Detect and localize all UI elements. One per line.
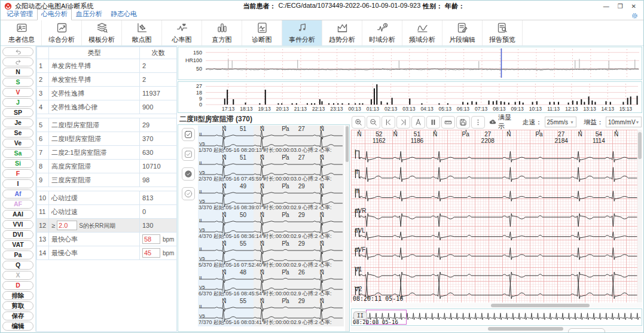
sidebar-button-VAT[interactable]: VAT: [2, 240, 33, 250]
event-strip[interactable]: N55NPa29NIIV55/370 起始:05-16 07:52:40 时长:…: [198, 240, 344, 269]
confirm-filled-button[interactable]: [182, 167, 195, 181]
ecg-hscroll-thumb[interactable]: [491, 304, 590, 307]
save-button[interactable]: [456, 116, 470, 129]
sidebar-button-SP[interactable]: SP: [2, 108, 33, 118]
zoom-in-button[interactable]: [352, 116, 365, 129]
sidebar-button-保存[interactable]: 保存: [2, 311, 33, 321]
toolbar-button-trend-analysis[interactable]: 趋势分析: [322, 20, 362, 45]
sidebar-button-J[interactable]: J: [2, 98, 33, 108]
table-row[interactable]: 2单发室性早搏2: [37, 73, 177, 87]
sidebar-button-Si[interactable]: Si: [2, 159, 33, 169]
confirm-outline-button[interactable]: [182, 187, 195, 200]
sidebar-button-DVI[interactable]: DVI: [2, 230, 33, 240]
table-row[interactable]: 11心动过速0: [37, 205, 177, 219]
close-button[interactable]: ✕: [631, 3, 636, 10]
event-strip[interactable]: N55NPa29NIIV57/370 起始:05-16 08:03:41 时长:…: [198, 298, 344, 326]
toolbar-button-scatter-plot[interactable]: 散点图: [122, 20, 162, 45]
rr-threshold-input[interactable]: [57, 221, 77, 230]
table-row[interactable]: 5二度I型房室阻滞29: [37, 118, 177, 132]
toolbar-button-histogram[interactable]: 直方图: [202, 20, 242, 45]
toolbar-button-report-preview[interactable]: 报告预览: [483, 20, 523, 45]
sidebar-button-Ve[interactable]: Ve: [2, 139, 33, 148]
sidebar-button-S[interactable]: S: [2, 78, 33, 87]
menu-tab-0[interactable]: 记录管理: [2, 9, 37, 20]
toolbar-button-freq-domain[interactable]: 频域分析: [402, 20, 442, 45]
menu-tab-1[interactable]: 心电分析: [37, 9, 72, 20]
next-page-button[interactable]: [396, 116, 410, 129]
ecg-horizontal-scrollbar[interactable]: [351, 303, 642, 308]
sidebar-button-F[interactable]: F: [2, 169, 33, 179]
full-display-button[interactable]: 满显示: [489, 113, 515, 131]
sidebar-button-Af[interactable]: Af: [2, 190, 33, 199]
sidebar-button-I[interactable]: I: [2, 179, 33, 189]
sidebar-button-Se[interactable]: Se: [2, 129, 33, 138]
event-list-scrollbar[interactable]: [345, 125, 349, 331]
zoom-out-button[interactable]: [367, 116, 380, 129]
redo-button[interactable]: [2, 57, 33, 67]
toolbar-button-event-analysis[interactable]: 事件分析: [282, 20, 322, 45]
rhythm-strip[interactable]: II 08:20:08 05-16: [351, 308, 642, 326]
event-strip[interactable]: N48NPa26NIIV56/370 起始:05-16 08:45:54 时长:…: [198, 269, 344, 298]
table-row[interactable]: 13最快心率bpm: [37, 233, 177, 246]
sidebar-button-编辑[interactable]: 编辑: [2, 322, 33, 331]
sidebar-button-AF[interactable]: AF: [2, 200, 33, 209]
sidebar-button-VVI[interactable]: VVI: [2, 220, 33, 230]
heart-rate-input[interactable]: [142, 234, 160, 244]
rhythm-lead-badge[interactable]: II: [353, 311, 367, 320]
event-strip[interactable]: N49NPa29NIIV53/370 起始:05-16 08:39:07 时长:…: [198, 183, 344, 212]
speed-select[interactable]: 25mm/s▼: [545, 117, 576, 127]
toolbar-button-patient-info[interactable]: 患者信息: [2, 20, 42, 45]
more-button[interactable]: [471, 116, 485, 129]
table-row[interactable]: [37, 187, 177, 191]
table-row[interactable]: 10心动过缓813: [37, 191, 177, 205]
undo-button[interactable]: [2, 47, 33, 57]
sidebar-button-AAI[interactable]: AAI: [2, 210, 33, 219]
toolbar-button-time-domain[interactable]: 时域分析: [362, 20, 402, 45]
gain-select[interactable]: 10mm/mV▼: [606, 117, 642, 127]
table-row[interactable]: 7二度2:1型房室阻滞630: [37, 146, 177, 160]
bottom-popup-handle[interactable]: [568, 328, 605, 333]
sidebar-button-排除[interactable]: 排除: [2, 291, 33, 301]
minimize-button[interactable]: —: [603, 3, 609, 10]
sidebar-button-V[interactable]: V: [2, 88, 33, 97]
settings-gear-icon[interactable]: [631, 12, 639, 20]
toolbar-button-heart-rate[interactable]: 心率图: [162, 20, 202, 45]
event-strip[interactable]: N50NPa29NIIV54/370 起始:05-16 08:36:14 时长:…: [198, 212, 344, 240]
heart-rate-input[interactable]: [142, 248, 160, 258]
event-strip[interactable]: N51NPa27NIIV52/370 起始:05-16 07:45:59 时长:…: [198, 154, 344, 183]
toolbar-button-segment-edit[interactable]: 片段编辑: [442, 20, 483, 45]
sidebar-button-Q[interactable]: Q: [2, 261, 33, 270]
table-row[interactable]: 8高度房室阻滞10710: [37, 160, 177, 173]
measure-button[interactable]: [441, 116, 455, 129]
table-row[interactable]: 14最慢心率bpm: [37, 246, 177, 260]
select-page-checkbox[interactable]: [182, 148, 195, 161]
table-row[interactable]: 6二度II型房室阻滞370: [37, 132, 177, 146]
table-row[interactable]: 12≥ S的长RR间期130: [37, 219, 177, 233]
event-list-scrollbar-thumb[interactable]: [346, 126, 349, 162]
maximize-button[interactable]: ❐: [618, 3, 623, 10]
select-all-checkbox[interactable]: [182, 128, 195, 141]
rhythm-hscroll-thumb[interactable]: [488, 327, 564, 331]
toolbar-button-composite-analysis[interactable]: 综合分析: [42, 20, 82, 45]
table-row[interactable]: 3交界性逸搏11937: [37, 87, 177, 100]
sidebar-button-剪取[interactable]: 剪取: [2, 301, 33, 311]
event-strip[interactable]: N51NPa27NIIV51/370 起始:05-16 08:20:13 时长:…: [198, 126, 344, 154]
table-row[interactable]: 1单发房性早搏2: [37, 59, 177, 73]
sidebar-button-Sa[interactable]: Sa: [2, 149, 33, 158]
sidebar-button-N[interactable]: N: [2, 68, 33, 77]
toolbar-button-template-analysis[interactable]: 模板分析: [82, 20, 122, 45]
prev-page-button[interactable]: [381, 116, 395, 129]
ecg-grid-view[interactable]: 08:20:11 05-16 N521162N511186NPa272208NP…: [351, 130, 642, 303]
table-row[interactable]: 4交界性逸搏心律900: [37, 100, 177, 114]
caliper-button[interactable]: [411, 116, 425, 129]
toolbar-button-diagnosis-chart[interactable]: 诊断图: [242, 20, 282, 45]
table-row[interactable]: [37, 114, 177, 118]
sidebar-button-D[interactable]: D: [2, 281, 33, 291]
table-row[interactable]: 9三度房室阻滞98: [37, 173, 177, 187]
menu-tab-2[interactable]: 血压分析: [72, 9, 106, 20]
sidebar-button-Je[interactable]: Je: [2, 118, 33, 128]
menu-tab-3[interactable]: 静态心电: [106, 9, 141, 20]
sidebar-button-X[interactable]: X: [2, 271, 33, 280]
pause-button[interactable]: [426, 116, 440, 129]
sidebar-button-Pa[interactable]: Pa: [2, 250, 33, 260]
